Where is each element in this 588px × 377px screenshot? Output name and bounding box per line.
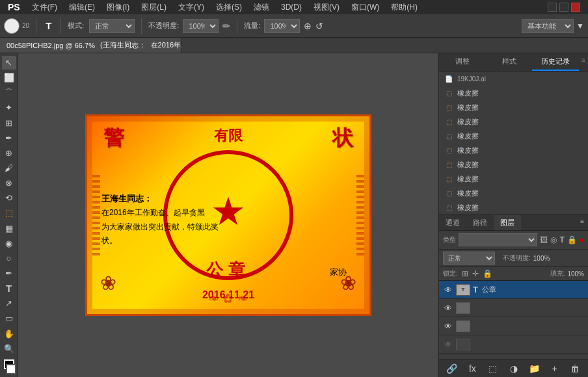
eraser-icon-7: ⬚ — [444, 174, 453, 183]
history-tab[interactable]: 历史记录 — [532, 53, 579, 71]
canvas-area[interactable]: 警 状 有限 ★ 王海生同志： 在2016年工作勤奋、起早贪黑 为大家家做出突出… — [18, 53, 438, 377]
spray-icon[interactable]: ⊕ — [304, 21, 312, 31]
crop-tool[interactable]: ⊞ — [2, 116, 16, 130]
panel-tabs-top: 调整 样式 历史记录 ≡ — [439, 53, 588, 72]
blend-mode-select[interactable]: 正常 — [443, 252, 495, 265]
menu-ps[interactable]: PS — [3, 1, 25, 14]
restore-button[interactable] — [559, 3, 568, 12]
zoom-tool[interactable]: 🔍 — [2, 342, 16, 356]
eyedropper-tool[interactable]: ✒ — [2, 131, 16, 145]
layers-section: 通道 路径 图层 ≡ 类型 🖼 ◎ T 🔒 ● — [439, 214, 588, 377]
background-color[interactable] — [6, 364, 16, 374]
layer-item-gongzhang[interactable]: 👁 T T 公章 — [439, 281, 588, 299]
pencil-icon[interactable]: ✏ — [222, 21, 230, 31]
menu-filter[interactable]: 滤镜 — [248, 1, 274, 14]
layer-text-icon[interactable]: T — [559, 235, 564, 244]
history-item-5[interactable]: ⬚ 橡皮擦 — [439, 143, 588, 157]
menu-window[interactable]: 窗口(W) — [346, 1, 384, 14]
layer-visibility-icon-1[interactable]: 👁 — [443, 303, 453, 313]
new-layer-button[interactable]: + — [546, 362, 564, 375]
mask-button[interactable]: ⬚ — [484, 362, 502, 375]
opacity-value: 100% — [533, 255, 550, 262]
layer-visibility-icon-2[interactable]: 👁 — [443, 321, 453, 332]
eraser-icon-1: ⬚ — [444, 88, 453, 98]
lock-all-icon[interactable]: 🔒 — [483, 269, 492, 278]
menu-3d[interactable]: 3D(D) — [276, 1, 307, 13]
layer-style-button[interactable]: fx — [464, 362, 482, 375]
history-item-3[interactable]: ⬚ 橡皮擦 — [439, 114, 588, 129]
layer-adj-icon[interactable]: ◎ — [550, 235, 557, 244]
history-item-4[interactable]: ⬚ 橡皮擦 — [439, 129, 588, 143]
menu-help[interactable]: 帮助(H) — [386, 1, 423, 14]
workspace-expand-icon[interactable]: ▼ — [576, 21, 584, 31]
minimize-button[interactable] — [548, 3, 557, 12]
layer-img-icon[interactable]: 🖼 — [540, 235, 548, 244]
eraser-icon-5: ⬚ — [444, 146, 453, 155]
adjust-tab[interactable]: 调整 — [439, 53, 486, 71]
mode-label: 模式: — [68, 21, 84, 31]
gradient-tool[interactable]: ▦ — [2, 222, 16, 235]
opacity-select[interactable]: 100% — [183, 19, 219, 33]
lock-pixels-icon[interactable]: ⊞ — [462, 269, 468, 278]
history-item-7[interactable]: ⬚ 橡皮擦 — [439, 172, 588, 186]
mode-select[interactable]: 正常 — [89, 19, 135, 33]
path-select-tool[interactable]: ↗ — [2, 296, 16, 310]
layer-visibility-icon-3[interactable]: 👁 — [443, 339, 453, 350]
layers-tab[interactable]: 图层 — [494, 215, 521, 230]
layer-visibility-icon-0[interactable]: 👁 — [443, 285, 453, 295]
healing-tool[interactable]: ⊕ — [2, 146, 16, 160]
refresh-icon[interactable]: ↺ — [315, 21, 323, 31]
history-item-0[interactable]: 📄 19KJ0J.ai — [439, 72, 588, 86]
history-item-9[interactable]: ⬚ 橡皮擦 — [439, 200, 588, 214]
move-tool[interactable]: ↖ — [2, 56, 16, 70]
channels-tab[interactable]: 通道 — [439, 215, 466, 230]
pen-tool[interactable]: ✒ — [2, 266, 16, 280]
history-item-1[interactable]: ⬚ 橡皮擦 — [439, 86, 588, 100]
marquee-tool[interactable]: ⬜ — [2, 71, 16, 84]
lasso-tool[interactable]: ⌒ — [2, 86, 16, 99]
workspace-select[interactable]: 基本功能 — [522, 19, 574, 33]
layer-dot-icon[interactable]: ● — [580, 235, 584, 244]
history-item-8[interactable]: ⬚ 橡皮擦 — [439, 186, 588, 200]
adjustment-button[interactable]: ◑ — [505, 362, 523, 375]
paths-tab[interactable]: 路径 — [466, 215, 494, 230]
shape-tool[interactable]: ▭ — [2, 311, 16, 325]
link-layers-button[interactable]: 🔗 — [443, 362, 461, 375]
text-tool[interactable]: T — [2, 281, 16, 295]
menu-select[interactable]: 选择(S) — [211, 1, 247, 14]
group-button[interactable]: 📁 — [525, 362, 543, 375]
text-tool-button[interactable]: T — [43, 19, 54, 32]
menu-layer[interactable]: 图层(L) — [136, 1, 172, 14]
menu-edit[interactable]: 编辑(E) — [64, 1, 100, 14]
layers-menu-icon[interactable]: ≡ — [576, 215, 588, 230]
layer-item-1[interactable]: 👁 — [439, 299, 588, 317]
stamp-tool[interactable]: ⊗ — [2, 176, 16, 190]
flow-select[interactable]: 100% — [264, 19, 300, 33]
document-tab[interactable]: 00c58PICHB2.jpg @ 66.7% (王海生同志： 在2016年工作… — [0, 38, 182, 53]
magic-wand-tool[interactable]: ✦ — [2, 101, 16, 114]
blur-tool[interactable]: ◉ — [2, 237, 16, 250]
menu-view[interactable]: 视图(V) — [308, 1, 345, 14]
panel-menu-icon[interactable]: ≡ — [579, 53, 588, 71]
history-item-2[interactable]: ⬚ 橡皮擦 — [439, 100, 588, 114]
dodge-tool[interactable]: ○ — [2, 252, 16, 265]
menu-file[interactable]: 文件(F) — [27, 1, 62, 14]
layer-item-2[interactable]: 👁 — [439, 317, 588, 335]
close-button[interactable] — [571, 3, 580, 12]
brush-tool[interactable]: 🖌 — [2, 161, 16, 175]
eraser-tool[interactable]: ⬚ — [2, 206, 16, 220]
menu-text[interactable]: 文字(Y) — [173, 1, 209, 14]
tab-info: (王海生同志： — [100, 40, 146, 50]
layers-footer: 🔗 fx ⬚ ◑ 📁 + 🗑 — [439, 359, 588, 377]
brush-preview[interactable] — [4, 18, 20, 34]
style-tab[interactable]: 样式 — [486, 53, 533, 71]
history-brush-tool[interactable]: ⟲ — [2, 191, 16, 205]
layer-type-select[interactable] — [459, 233, 537, 246]
hand-tool[interactable]: ✋ — [2, 327, 16, 341]
layer-lock-icon[interactable]: 🔒 — [567, 235, 577, 244]
layer-item-3[interactable]: 👁 — [439, 335, 588, 354]
menu-image[interactable]: 图像(I) — [101, 1, 135, 14]
delete-layer-button[interactable]: 🗑 — [566, 362, 584, 375]
history-item-6[interactable]: ⬚ 橡皮擦 — [439, 157, 588, 172]
lock-position-icon[interactable]: ✛ — [472, 269, 479, 278]
